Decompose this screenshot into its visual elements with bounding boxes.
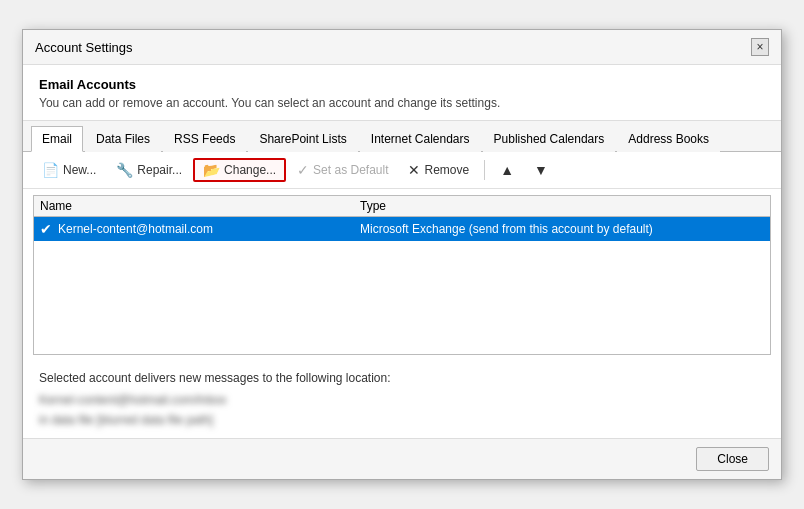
remove-button[interactable]: ✕ Remove	[399, 159, 478, 181]
blurred-path: Kernel-content@hotmail.com/Inbox	[39, 391, 765, 410]
close-button[interactable]: Close	[696, 447, 769, 471]
table-row[interactable]: ✔ Kernel-content@hotmail.com Microsoft E…	[34, 217, 770, 241]
change-icon: 📂	[203, 163, 220, 177]
account-icon: ✔	[40, 221, 52, 237]
header-section: Email Accounts You can add or remove an …	[23, 65, 781, 121]
remove-icon: ✕	[408, 163, 420, 177]
title-bar: Account Settings ×	[23, 30, 781, 65]
tab-internet-calendars[interactable]: Internet Calendars	[360, 126, 481, 152]
footer-label: Selected account delivers new messages t…	[39, 371, 765, 385]
tab-rss-feeds[interactable]: RSS Feeds	[163, 126, 246, 152]
set-default-icon: ✓	[297, 163, 309, 177]
set-default-button[interactable]: ✓ Set as Default	[288, 159, 397, 181]
new-button[interactable]: 📄 New...	[33, 159, 105, 181]
footer-section: Selected account delivers new messages t…	[23, 361, 781, 437]
col-type-header: Type	[360, 199, 764, 213]
account-type: Microsoft Exchange (send from this accou…	[360, 222, 764, 236]
window-close-button[interactable]: ×	[751, 38, 769, 56]
tabs-bar: Email Data Files RSS Feeds SharePoint Li…	[23, 121, 781, 152]
down-icon: ▼	[534, 163, 548, 177]
blurred-datafile: in data file [blurred data file path]	[39, 411, 765, 430]
toolbar-separator	[484, 160, 485, 180]
tab-data-files[interactable]: Data Files	[85, 126, 161, 152]
remove-label: Remove	[424, 163, 469, 177]
dialog-footer: Close	[23, 438, 781, 479]
account-name: Kernel-content@hotmail.com	[58, 222, 360, 236]
toolbar: 📄 New... 🔧 Repair... 📂 Change... ✓ Set a…	[23, 152, 781, 189]
move-down-button[interactable]: ▼	[525, 159, 557, 181]
tab-email[interactable]: Email	[31, 126, 83, 152]
up-icon: ▲	[500, 163, 514, 177]
new-label: New...	[63, 163, 96, 177]
accounts-table: Name Type ✔ Kernel-content@hotmail.com M…	[33, 195, 771, 355]
table-header: Name Type	[34, 196, 770, 217]
change-button[interactable]: 📂 Change...	[193, 158, 286, 182]
repair-icon: 🔧	[116, 163, 133, 177]
dialog-title: Account Settings	[35, 40, 133, 55]
change-label: Change...	[224, 163, 276, 177]
move-up-button[interactable]: ▲	[491, 159, 523, 181]
tab-address-books[interactable]: Address Books	[617, 126, 720, 152]
account-settings-dialog: Account Settings × Email Accounts You ca…	[22, 29, 782, 479]
tab-published-calendars[interactable]: Published Calendars	[483, 126, 616, 152]
header-description: You can add or remove an account. You ca…	[39, 96, 765, 110]
tab-sharepoint-lists[interactable]: SharePoint Lists	[248, 126, 357, 152]
repair-button[interactable]: 🔧 Repair...	[107, 159, 191, 181]
col-name-header: Name	[40, 199, 360, 213]
footer-blurred-info: Kernel-content@hotmail.com/Inbox in data…	[39, 391, 765, 429]
new-icon: 📄	[42, 163, 59, 177]
header-title: Email Accounts	[39, 77, 765, 92]
set-default-label: Set as Default	[313, 163, 388, 177]
repair-label: Repair...	[137, 163, 182, 177]
